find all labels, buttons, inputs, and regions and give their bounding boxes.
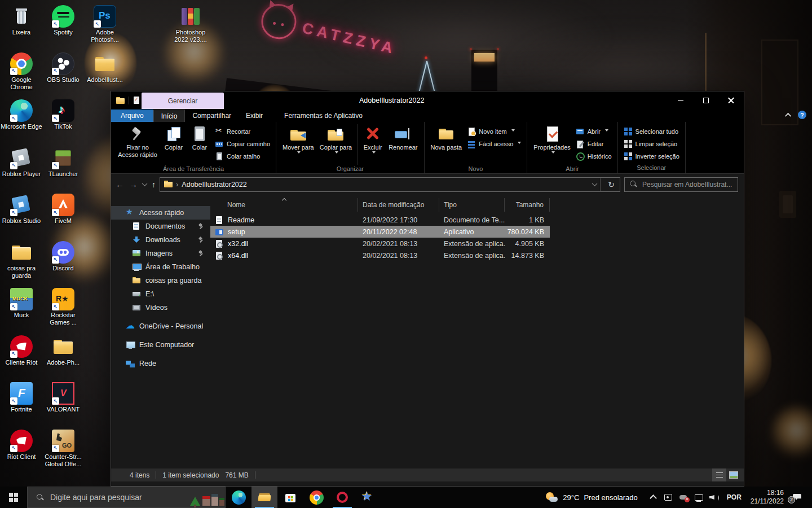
desktop-icon[interactable]: FiveM xyxy=(42,192,85,239)
taskbar-edge-button[interactable] xyxy=(226,487,251,508)
back-button[interactable]: ← xyxy=(116,179,124,189)
sidebar-item[interactable]: E:\ xyxy=(111,287,210,301)
desktop-icon[interactable]: Cliente Riot xyxy=(0,334,43,381)
desktop-icon[interactable]: Riot Client xyxy=(0,428,43,475)
desktop-icon[interactable]: TLauncher xyxy=(42,145,85,192)
desktop-icon[interactable]: Spotify xyxy=(42,3,85,51)
desktop-icon[interactable]: TikTok xyxy=(42,98,85,145)
column-header-name[interactable]: Nome xyxy=(210,198,358,212)
desktop-icon[interactable]: Roblox Studio xyxy=(0,192,43,239)
forward-button[interactable]: → xyxy=(129,179,138,189)
history-button[interactable]: Histórico xyxy=(573,151,614,161)
column-header-size[interactable]: Tamanho xyxy=(505,198,550,212)
start-button[interactable] xyxy=(0,487,27,508)
sidebar-item[interactable]: OneDrive - Personal xyxy=(111,319,210,333)
desktop-icon[interactable]: Adobe Photosh... xyxy=(83,3,126,51)
up-button[interactable]: ↑ xyxy=(152,180,156,189)
file-row[interactable]: setup 20/11/2022 02:48 Aplicativo 780.02… xyxy=(210,226,550,238)
sidebar-item[interactable]: Documentos xyxy=(111,220,210,233)
thumbnails-view-button[interactable] xyxy=(726,468,740,481)
tab-compartilhar[interactable]: Compartilhar xyxy=(185,110,239,122)
desktop-icon[interactable]: Microsoft Edge xyxy=(0,98,43,145)
taskbar-weather-widget[interactable]: 29°C Pred ensolarado xyxy=(546,492,637,503)
edit-button[interactable]: Editar xyxy=(573,138,614,149)
desktop-icon[interactable]: Muck xyxy=(0,286,43,334)
file-row[interactable]: x32.dll 20/02/2021 08:13 Extensão de apl… xyxy=(210,238,550,249)
copy-path-button[interactable]: Copiar caminho xyxy=(213,138,272,149)
sidebar-item[interactable]: Rede xyxy=(111,357,210,370)
easy-access-button[interactable]: Fácil acesso xyxy=(465,138,523,149)
tray-volume-icon[interactable] xyxy=(709,493,719,502)
file-row[interactable]: Readme 21/09/2022 17:30 Documento de Te.… xyxy=(210,214,550,226)
file-row[interactable]: x64.dll 20/02/2021 08:13 Extensão de apl… xyxy=(210,249,550,261)
invert-selection-button[interactable]: Inverter seleção xyxy=(621,151,682,161)
desktop-icon[interactable]: coisas pra guarda xyxy=(0,239,43,287)
paste-button[interactable]: Colar xyxy=(187,124,213,165)
tray-expand-chevron-icon[interactable] xyxy=(648,493,658,502)
sidebar-item[interactable]: Este Computador xyxy=(111,338,210,352)
column-header-type[interactable]: Tipo xyxy=(439,198,505,212)
open-button[interactable]: Abrir xyxy=(573,126,614,137)
refresh-icon[interactable]: ↻ xyxy=(604,180,619,189)
sidebar-item[interactable]: Acesso rápido xyxy=(111,206,210,220)
qat-folder-icon[interactable] xyxy=(116,97,125,104)
rename-button[interactable]: Renomear xyxy=(386,124,420,165)
taskbar-tlauncher-button[interactable] xyxy=(355,487,381,508)
notification-center-icon[interactable]: 2 xyxy=(792,493,801,502)
desktop-icon[interactable]: Google Chrome xyxy=(0,51,43,98)
desktop-icon[interactable]: Discord xyxy=(42,239,85,287)
address-dropdown-chevron-icon[interactable] xyxy=(592,181,598,186)
taskbar-chrome-button[interactable] xyxy=(303,487,329,508)
tray-network-icon[interactable] xyxy=(694,493,704,502)
taskbar-clock[interactable]: 18:16 21/11/2022 xyxy=(751,489,784,506)
move-to-button[interactable]: Mover para xyxy=(280,124,317,165)
cut-button[interactable]: Recortar xyxy=(213,126,272,137)
taskbar-explorer-button[interactable] xyxy=(251,487,277,508)
context-tab-gerenciar[interactable]: Gerenciar xyxy=(142,93,224,109)
close-button[interactable] xyxy=(718,91,744,110)
paste-shortcut-button[interactable]: Colar atalho xyxy=(213,151,272,161)
taskbar-opera-gx-button[interactable] xyxy=(329,487,355,508)
sidebar-item[interactable]: Vídeos xyxy=(111,301,210,314)
clear-selection-button[interactable]: Limpar seleção xyxy=(621,138,682,149)
desktop-icon[interactable]: OBS Studio xyxy=(42,51,85,98)
tab-ferramentas-de-aplicativo[interactable]: Ferramentas de Aplicativo xyxy=(277,110,370,122)
details-view-button[interactable] xyxy=(712,468,726,481)
desktop-icon[interactable]: Fortnite xyxy=(0,380,43,428)
sidebar-item[interactable]: Área de Trabalho xyxy=(111,260,210,274)
desktop-icon[interactable]: VALORANT xyxy=(42,380,85,428)
new-folder-button[interactable]: Nova pasta xyxy=(428,124,465,165)
sidebar-item[interactable]: Imagens xyxy=(111,247,210,260)
sidebar-item[interactable]: coisas pra guarda xyxy=(111,274,210,287)
tab-exibir[interactable]: Exibir xyxy=(239,110,270,122)
recent-locations-chevron-icon[interactable] xyxy=(142,181,148,186)
address-bar[interactable]: › AdobeIllustrator2022 ↻ xyxy=(160,177,620,192)
taskbar-search-input[interactable]: Digite aqui para pesquisar xyxy=(27,487,226,508)
pin-quick-access-button[interactable]: Fixar no Acesso rápido xyxy=(114,124,161,165)
desktop-icon[interactable]: Photoshop 2022 v23.... xyxy=(169,3,212,51)
column-header-date[interactable]: Data de modificação xyxy=(358,198,439,212)
tab-inicio[interactable]: Início xyxy=(153,110,186,122)
select-all-button[interactable]: Selecionar tudo xyxy=(621,126,682,137)
breadcrumb[interactable]: AdobeIllustrator2022 xyxy=(182,181,246,189)
search-input[interactable]: Pesquisar em AdobeIllustrat... xyxy=(624,177,738,192)
copy-button[interactable]: Copiar xyxy=(161,124,187,165)
qat-properties-icon[interactable] xyxy=(133,97,140,104)
sidebar-item[interactable]: Downloads xyxy=(111,233,210,247)
search-highlight-holiday-graphic[interactable] xyxy=(189,487,225,507)
tab-arquivo[interactable]: Arquivo xyxy=(111,110,153,122)
desktop-icon[interactable]: Lixeira xyxy=(0,3,43,51)
copy-to-button[interactable]: Copiar para xyxy=(317,124,355,165)
new-item-button[interactable]: Novo item xyxy=(465,126,523,137)
help-icon[interactable]: ? xyxy=(798,111,806,119)
properties-button[interactable]: Propriedades xyxy=(531,124,573,165)
taskbar-store-button[interactable] xyxy=(277,487,303,508)
maximize-button[interactable] xyxy=(693,91,718,110)
delete-button[interactable]: Excluir xyxy=(360,124,386,165)
desktop-icon[interactable]: Counter-Str... Global Offe... xyxy=(42,428,85,475)
desktop-icon[interactable]: Roblox Player xyxy=(0,145,43,192)
tray-onedrive-error-icon[interactable] xyxy=(679,493,689,502)
tray-cast-icon[interactable] xyxy=(664,493,673,502)
language-indicator[interactable]: POR xyxy=(727,493,742,501)
desktop-icon[interactable]: Adobe-Ph... xyxy=(42,334,85,381)
